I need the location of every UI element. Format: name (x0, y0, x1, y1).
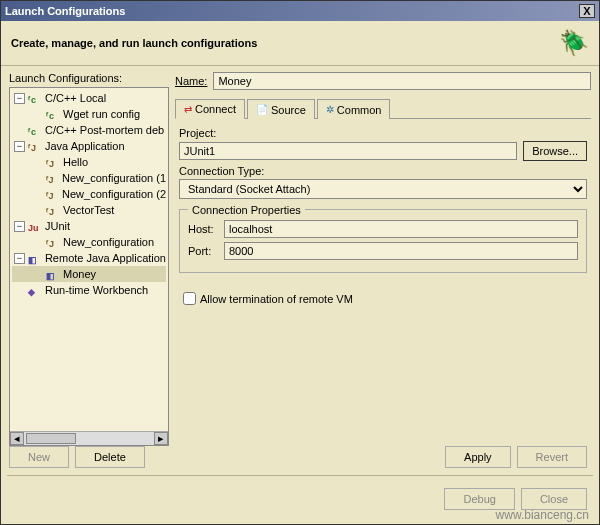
header-text: Create, manage, and run launch configura… (11, 37, 559, 49)
tab-common[interactable]: ✲ Common (317, 99, 391, 119)
tree-item[interactable]: −ᶠJJava Application (12, 138, 166, 154)
tree-item[interactable]: ᶠcC/C++ Post-mortem deb (12, 122, 166, 138)
connection-properties-legend: Connection Properties (188, 204, 305, 216)
expand-icon[interactable]: − (14, 221, 25, 232)
revert-button[interactable]: Revert (517, 446, 587, 468)
separator (7, 475, 593, 476)
browse-button[interactable]: Browse... (523, 141, 587, 161)
tree-item[interactable]: ᶠJNew_configuration (1 (12, 170, 166, 186)
expand-icon[interactable]: − (14, 141, 25, 152)
tree-item[interactable]: −◧Remote Java Application (12, 250, 166, 266)
tab-label: Connect (195, 103, 236, 115)
scroll-left-icon[interactable]: ◂ (10, 432, 24, 445)
tree-item-label: Hello (63, 154, 88, 170)
c-icon: ᶠc (28, 124, 42, 136)
tree-item-label: Money (63, 266, 96, 282)
tree-item[interactable]: ᶠcWget run config (12, 106, 166, 122)
expand-icon[interactable]: − (14, 253, 25, 264)
tree-item[interactable]: −ᶠcC/C++ Local (12, 90, 166, 106)
close-icon[interactable]: X (579, 4, 595, 18)
common-icon: ✲ (326, 104, 334, 115)
r-icon: ◧ (46, 268, 60, 280)
source-icon: 📄 (256, 104, 268, 115)
window-title: Launch Configurations (5, 5, 579, 17)
r-icon: ◧ (28, 252, 42, 264)
tab-label: Source (271, 104, 306, 116)
tree-item[interactable]: ◧Money (12, 266, 166, 282)
ju-icon: Ju (28, 220, 42, 232)
scroll-right-icon[interactable]: ▸ (154, 432, 168, 445)
bug-icon: 🪲 (559, 29, 589, 57)
tree-item-label: VectorTest (63, 202, 114, 218)
c-icon: ᶠc (28, 92, 42, 104)
allow-termination-label: Allow termination of remote VM (200, 293, 353, 305)
header: Create, manage, and run launch configura… (1, 21, 599, 65)
tree-item[interactable]: ᶠJNew_configuration (12, 234, 166, 250)
tab-source[interactable]: 📄 Source (247, 99, 315, 119)
port-input[interactable] (224, 242, 578, 260)
rt-icon: ◆ (28, 284, 42, 296)
project-label: Project: (179, 127, 587, 139)
tree-item-label: C/C++ Local (45, 90, 106, 106)
tab-label: Common (337, 104, 382, 116)
j-icon: ᶠJ (46, 156, 60, 168)
expand-icon[interactable]: − (14, 93, 25, 104)
tree-item[interactable]: ◆Run-time Workbench (12, 282, 166, 298)
new-button[interactable]: New (9, 446, 69, 468)
debug-button[interactable]: Debug (444, 488, 514, 510)
tree-item-label: JUnit (45, 218, 70, 234)
host-input[interactable] (224, 220, 578, 238)
watermark: www.bianceng.cn (496, 508, 589, 522)
tree-item-label: Wget run config (63, 106, 140, 122)
config-tree-container: −ᶠcC/C++ LocalᶠcWget run configᶠcC/C++ P… (9, 87, 169, 446)
titlebar: Launch Configurations X (1, 1, 599, 21)
tree-label: Launch Configurations: (9, 72, 169, 84)
tree-item-label: New_configuration (63, 234, 154, 250)
project-input[interactable] (179, 142, 517, 160)
name-label: Name: (175, 75, 207, 87)
tree-item-label: C/C++ Post-mortem deb (45, 122, 164, 138)
connection-type-label: Connection Type: (179, 165, 587, 177)
scroll-thumb[interactable] (26, 433, 76, 444)
tree-item-label: New_configuration (1 (62, 170, 166, 186)
tab-bar: ⇄ Connect 📄 Source ✲ Common (175, 98, 591, 119)
tree-item-label: Remote Java Application (45, 250, 166, 266)
connection-properties-group: Connection Properties Host: Port: (179, 209, 587, 273)
j-icon: ᶠJ (46, 172, 59, 184)
port-label: Port: (188, 245, 224, 257)
j-icon: ᶠJ (28, 140, 42, 152)
allow-termination-checkbox[interactable] (183, 292, 196, 305)
connect-icon: ⇄ (184, 104, 192, 115)
tree-item[interactable]: ᶠJVectorTest (12, 202, 166, 218)
tree-item-label: New_configuration (2 (62, 186, 166, 202)
delete-button[interactable]: Delete (75, 446, 145, 468)
connection-type-select[interactable]: Standard (Socket Attach) (179, 179, 587, 199)
tab-connect[interactable]: ⇄ Connect (175, 99, 245, 119)
tree-item[interactable]: ᶠJNew_configuration (2 (12, 186, 166, 202)
c-icon: ᶠc (46, 108, 60, 120)
j-icon: ᶠJ (46, 204, 60, 216)
j-icon: ᶠJ (46, 188, 59, 200)
close-button[interactable]: Close (521, 488, 587, 510)
tree-item-label: Run-time Workbench (45, 282, 148, 298)
apply-button[interactable]: Apply (445, 446, 511, 468)
tree-item[interactable]: ᶠJHello (12, 154, 166, 170)
config-tree[interactable]: −ᶠcC/C++ LocalᶠcWget run configᶠcC/C++ P… (10, 88, 168, 398)
j-icon: ᶠJ (46, 236, 60, 248)
host-label: Host: (188, 223, 224, 235)
tree-item[interactable]: −JuJUnit (12, 218, 166, 234)
horizontal-scrollbar[interactable]: ◂ ▸ (10, 431, 168, 445)
tree-item-label: Java Application (45, 138, 125, 154)
launch-config-dialog: Launch Configurations X Create, manage, … (0, 0, 600, 525)
name-input[interactable] (213, 72, 591, 90)
